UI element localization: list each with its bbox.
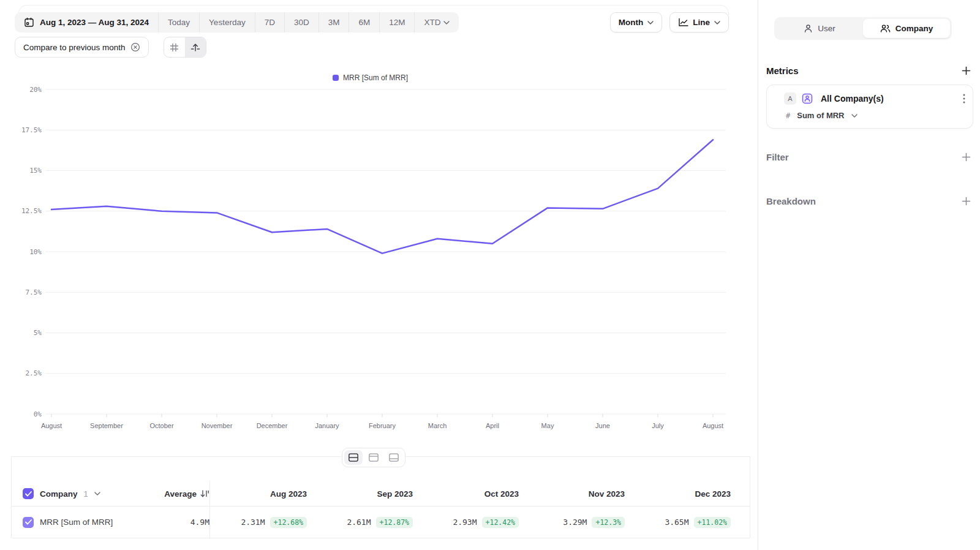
svg-text:10%: 10%	[29, 248, 42, 256]
users-icon	[880, 24, 891, 33]
kebab-menu-icon[interactable]	[963, 94, 965, 104]
add-metric-button[interactable]	[959, 64, 973, 77]
preset-yesterday[interactable]: Yesterday	[199, 12, 255, 32]
preset-3m[interactable]: 3M	[318, 12, 349, 32]
svg-text:August: August	[41, 422, 62, 429]
bottom-panel-icon	[388, 453, 399, 462]
layout-split-button[interactable]	[344, 450, 363, 465]
svg-text:May: May	[541, 422, 554, 429]
svg-text:0%: 0%	[34, 410, 42, 418]
change-badge: +12.68%	[270, 517, 307, 528]
svg-text:17.5%: 17.5%	[21, 126, 42, 134]
right-sidebar: User Company Metrics A All Company(s) #	[758, 0, 980, 550]
value-cell-sep-2023: 2.61M +12.87%	[315, 517, 421, 528]
split-panel-icon	[348, 453, 359, 462]
svg-text:20%: 20%	[29, 86, 42, 94]
average-value: 4.9M	[190, 518, 209, 527]
tab-user-label: User	[818, 24, 835, 33]
table-section: Company 1 Average Aug 2023 Sep 2023 Oct …	[11, 456, 750, 538]
svg-text:August: August	[703, 422, 723, 429]
value-cell-nov-2023: 3.29M +12.3%	[527, 517, 633, 528]
add-breakdown-button[interactable]	[959, 194, 973, 208]
svg-text:April: April	[486, 422, 499, 429]
tab-company[interactable]: Company	[863, 19, 950, 38]
row-label-cell: MRR [Sum of MRR]	[12, 517, 141, 528]
metric-card-title-row: A All Company(s)	[784, 92, 965, 105]
change-badge: +12.42%	[482, 517, 519, 528]
top-panel-icon	[368, 453, 379, 462]
toolbar: Aug 1, 2023 — Aug 31, 2024 Today Yesterd…	[15, 12, 729, 32]
average-header-cell[interactable]: Average	[141, 489, 209, 499]
compare-chip[interactable]: Compare to previous month	[15, 37, 149, 58]
date-range-button[interactable]: Aug 1, 2023 — Aug 31, 2024	[15, 12, 158, 32]
average-value-cell: 4.9M	[141, 518, 209, 527]
legend-label: MRR [Sum of MRR]	[343, 73, 408, 82]
svg-text:July: July	[652, 422, 664, 429]
svg-text:February: February	[369, 422, 396, 429]
preset-30d[interactable]: 30D	[284, 12, 318, 32]
select-all-checkbox[interactable]	[23, 488, 34, 499]
change-badge: +11.02%	[694, 517, 731, 528]
breakdown-section-header: Breakdown	[766, 194, 973, 208]
value-cell-oct-2023: 2.93M +12.42%	[421, 517, 527, 528]
date-range-label: Aug 1, 2023 — Aug 31, 2024	[40, 18, 149, 27]
month-header-dec-2023[interactable]: Dec 2023	[633, 489, 739, 499]
mrr-line-chart[interactable]: 20%17.5%15%12.5%10%7.5%5%2.5%0%AugustSep…	[15, 83, 726, 434]
events-overlay-toggle[interactable]	[185, 37, 206, 57]
layout-chart-only-button[interactable]	[364, 450, 383, 465]
table-row[interactable]: MRR [Sum of MRR] 4.9M 2.31M +12.68% 2.61…	[12, 507, 750, 538]
preset-7d[interactable]: 7D	[255, 12, 284, 32]
aggregation-selector[interactable]: # Sum of MRR	[786, 111, 858, 120]
series-badge: A	[784, 92, 796, 105]
chart-legend: MRR [Sum of MRR]	[15, 72, 726, 83]
close-circle-icon[interactable]	[130, 42, 140, 52]
chevron-down-icon	[647, 21, 654, 24]
metrics-section-header: Metrics	[766, 64, 973, 77]
preset-xtd[interactable]: XTD	[414, 12, 459, 32]
grid-lines-toggle[interactable]	[164, 37, 185, 57]
chart-type-dropdown[interactable]: Line	[669, 12, 729, 32]
company-header-cell[interactable]: Company 1	[12, 488, 141, 499]
breakdown-heading: Breakdown	[766, 196, 816, 206]
preset-6m[interactable]: 6M	[349, 12, 379, 32]
chart-area: 20%17.5%15%12.5%10%7.5%5%2.5%0%AugustSep…	[15, 83, 726, 434]
company-count: 1	[84, 489, 88, 499]
svg-text:2.5%: 2.5%	[26, 369, 42, 377]
granularity-dropdown[interactable]: Month	[610, 12, 662, 32]
value-cell-aug-2023: 2.31M +12.68%	[209, 517, 315, 528]
layout-toggle-group	[342, 448, 405, 467]
calendar-icon	[24, 17, 34, 28]
metrics-heading: Metrics	[766, 66, 799, 76]
svg-text:October: October	[149, 422, 173, 429]
chevron-down-icon	[714, 21, 720, 24]
preset-today[interactable]: Today	[158, 12, 199, 32]
user-icon	[804, 24, 813, 33]
aggregation-label: Sum of MRR	[797, 111, 844, 120]
row-checkbox[interactable]	[23, 517, 34, 528]
filter-heading: Filter	[766, 152, 789, 162]
add-filter-button[interactable]	[959, 150, 973, 164]
month-header-oct-2023[interactable]: Oct 2023	[421, 489, 527, 499]
svg-text:June: June	[595, 422, 610, 429]
svg-text:7.5%: 7.5%	[26, 288, 42, 296]
grid-icon	[170, 43, 179, 52]
metric-row-label: MRR [Sum of MRR]	[40, 518, 113, 527]
preset-12m[interactable]: 12M	[379, 12, 414, 32]
tab-company-label: Company	[895, 24, 933, 33]
company-badge-icon	[801, 92, 813, 105]
svg-text:15%: 15%	[29, 167, 42, 175]
month-header-nov-2023[interactable]: Nov 2023	[527, 489, 633, 499]
tab-user[interactable]: User	[776, 19, 863, 38]
svg-text:December: December	[257, 422, 288, 429]
main-panel: Aug 1, 2023 — Aug 31, 2024 Today Yesterd…	[0, 0, 758, 550]
layout-table-only-button[interactable]	[385, 450, 403, 465]
arrow-up-baseline-icon	[190, 42, 200, 52]
entity-switcher: User Company	[774, 17, 952, 40]
month-header-aug-2023[interactable]: Aug 2023	[209, 489, 315, 499]
chevron-down-icon	[94, 492, 100, 495]
compare-chip-label: Compare to previous month	[23, 43, 126, 52]
chevron-down-icon	[851, 114, 858, 118]
numeric-hash-icon: #	[786, 111, 790, 120]
month-header-sep-2023[interactable]: Sep 2023	[315, 489, 421, 499]
svg-text:5%: 5%	[34, 329, 42, 337]
